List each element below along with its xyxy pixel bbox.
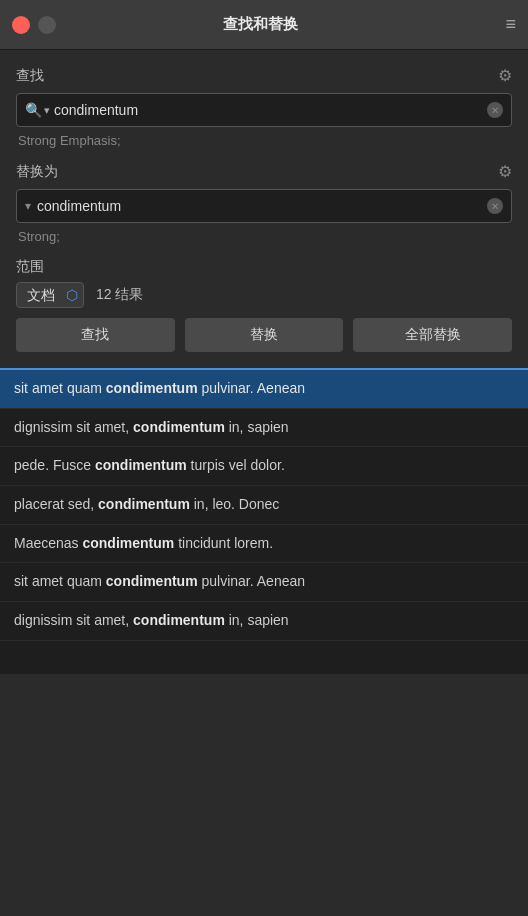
replace-clear-icon[interactable]: ✕ [487,198,503,214]
panel-title: 查找和替换 [66,15,455,34]
search-section-header: 查找 ⚙ [16,66,512,85]
scope-section: 范围 文档 选区 ⬡ 12 结果 [16,258,512,308]
action-buttons-row: 查找 替换 全部替换 [16,318,512,352]
search-format-hint: Strong Emphasis; [16,133,512,148]
replace-button[interactable]: 替换 [185,318,344,352]
main-panel: 查找 ⚙ 🔍▾ ✕ Strong Emphasis; 替换为 ⚙ ▾ ✕ Str… [0,50,528,352]
replace-section-header: 替换为 ⚙ [16,162,512,181]
replace-format-hint: Strong; [16,229,512,244]
results-area: sit amet quam condimentum pulvinar. Aene… [0,368,528,674]
list-item[interactable]: dignissim sit amet, condimentum in, sapi… [0,409,528,448]
search-input[interactable] [54,102,487,118]
search-clear-icon[interactable]: ✕ [487,102,503,118]
minimize-button[interactable] [38,16,56,34]
search-input-wrap: 🔍▾ ✕ [16,93,512,127]
scope-row: 文档 选区 ⬡ 12 结果 [16,282,512,308]
list-item[interactable]: pede. Fusce condimentum turpis vel dolor… [0,447,528,486]
search-label: 查找 [16,67,44,85]
list-item[interactable]: placerat sed, condimentum in, leo. Donec [0,486,528,525]
search-icon: 🔍▾ [25,102,50,118]
search-gear-icon[interactable]: ⚙ [498,66,512,85]
replace-gear-icon[interactable]: ⚙ [498,162,512,181]
scope-select-wrap: 文档 选区 ⬡ [16,282,84,308]
replace-label: 替换为 [16,163,58,181]
list-item[interactable]: Maecenas condimentum tincidunt lorem. [0,525,528,564]
replace-input-wrap: ▾ ✕ [16,189,512,223]
find-button[interactable]: 查找 [16,318,175,352]
list-item[interactable]: dignissim sit amet, condimentum in, sapi… [0,602,528,641]
replace-all-button[interactable]: 全部替换 [353,318,512,352]
list-item[interactable]: sit amet quam condimentum pulvinar. Aene… [0,563,528,602]
close-button[interactable] [12,16,30,34]
list-item[interactable]: sit amet quam condimentum pulvinar. Aene… [0,370,528,409]
title-bar: 查找和替换 ≡ [0,0,528,50]
scope-select[interactable]: 文档 选区 [16,282,84,308]
window-controls [12,16,56,34]
replace-chevron-icon: ▾ [25,199,31,213]
replace-input[interactable] [37,198,487,214]
menu-icon[interactable]: ≡ [505,14,516,35]
scope-label: 范围 [16,258,512,276]
result-count: 12 结果 [96,286,143,304]
